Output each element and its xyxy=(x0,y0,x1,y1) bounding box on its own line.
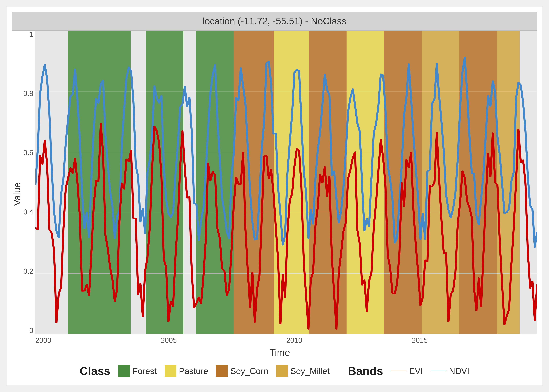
legend-bands-title: Bands xyxy=(348,364,383,378)
y-tick-08: 0.8 xyxy=(23,90,33,97)
lines-svg xyxy=(35,31,537,334)
soymillet-label: Soy_Millet xyxy=(290,366,330,376)
legend-evi: EVI xyxy=(391,366,423,376)
x-axis-label: Time xyxy=(269,347,290,358)
y-tick-02: 0.2 xyxy=(23,268,33,275)
chart-area-wrapper: 1 0.8 0.6 0.4 0.2 0 xyxy=(22,31,537,358)
x-tick-2015: 2015 xyxy=(412,336,428,344)
forest-color-box xyxy=(118,365,130,377)
x-tick-2005: 2005 xyxy=(161,336,177,344)
chart-with-yaxis: 1 0.8 0.6 0.4 0.2 0 xyxy=(22,31,537,334)
evi-label: EVI xyxy=(409,366,423,376)
soymillet-color-box xyxy=(276,365,288,377)
y-tick-0: 0 xyxy=(29,327,33,334)
forest-label: Forest xyxy=(133,366,157,376)
soycorn-color-box xyxy=(216,365,228,377)
legend-ndvi: NDVI xyxy=(431,366,469,376)
ndvi-line-sample xyxy=(431,371,446,371)
chart-title: location (-11.72, -55.51) - NoClass xyxy=(12,12,537,31)
legend-class-title: Class xyxy=(80,364,111,378)
y-tick-06: 0.6 xyxy=(23,149,33,156)
legend-forest: Forest xyxy=(118,365,157,377)
x-axis-area: 2000 2005 2010 2015 Time xyxy=(22,334,537,358)
soycorn-label: Soy_Corn xyxy=(231,366,268,376)
legend-soymillet: Soy_Millet xyxy=(276,365,330,377)
chart-container: location (-11.72, -55.51) - NoClass Valu… xyxy=(7,7,542,385)
legend-pasture: Pasture xyxy=(165,365,208,377)
pasture-label: Pasture xyxy=(179,366,208,376)
y-tick-04: 0.4 xyxy=(23,208,33,216)
y-axis-label: Value xyxy=(12,31,22,358)
x-tick-2000: 2000 xyxy=(35,336,51,344)
evi-line-sample xyxy=(391,371,407,371)
y-tick-1: 1 xyxy=(29,31,33,38)
plot-area xyxy=(35,31,537,334)
x-tick-2010: 2010 xyxy=(286,336,302,344)
chart-body: Value 1 0.8 0.6 0.4 0.2 0 xyxy=(12,31,537,358)
legend-soycorn: Soy_Corn xyxy=(216,365,268,377)
y-ticks: 1 0.8 0.6 0.4 0.2 0 xyxy=(22,31,35,334)
pasture-color-box xyxy=(165,365,176,377)
ndvi-label: NDVI xyxy=(449,366,469,376)
legend-area: Class Forest Pasture Soy_Corn Soy_Millet… xyxy=(12,358,537,380)
